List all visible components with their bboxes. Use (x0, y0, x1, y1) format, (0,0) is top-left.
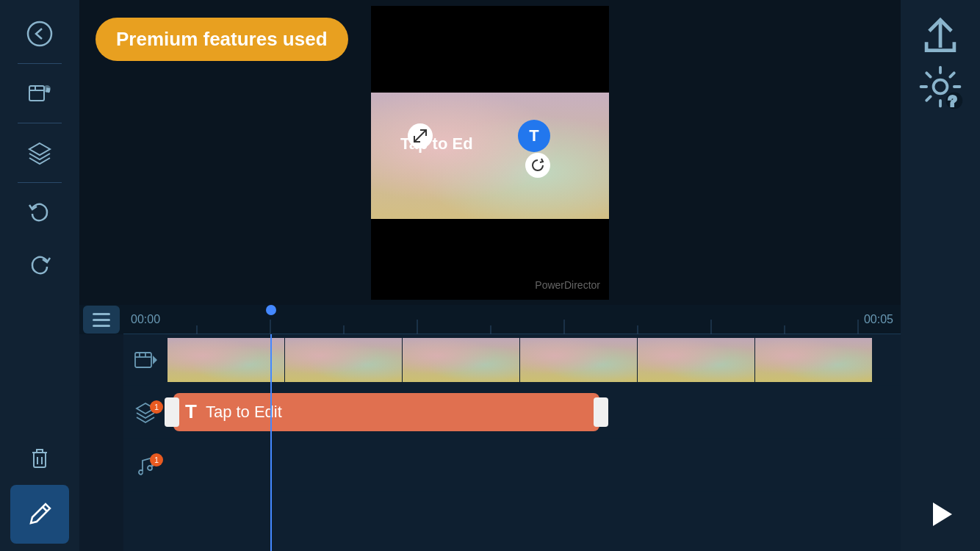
divider-2 (18, 123, 62, 123)
video-preview: PowerDirector T Tap to Ed (371, 6, 609, 300)
svg-rect-1 (29, 86, 44, 101)
video-thumb-5 (638, 338, 755, 382)
video-thumb-3 (403, 338, 520, 382)
timeline-ticks (123, 305, 901, 334)
timeline-ruler: 00:00 00:05 (123, 305, 901, 334)
text-track-icon-area: 1 (123, 400, 167, 424)
text-track-t-icon: T (185, 400, 197, 423)
svg-marker-15 (933, 503, 952, 526)
edit-button[interactable] (10, 485, 69, 544)
video-thumb-4 (520, 338, 638, 382)
svg-line-10 (43, 507, 47, 511)
undo-button[interactable] (15, 187, 65, 237)
right-sidebar: ? (901, 0, 980, 551)
video-thumb-1 (167, 338, 285, 382)
text-track-row: 1 T Tap to Edit (123, 386, 901, 439)
hamburger-line-2 (93, 319, 110, 321)
video-sim (371, 93, 609, 225)
music-track-row: 1 (123, 439, 901, 491)
video-strip (167, 338, 901, 382)
video-track-row (123, 334, 901, 386)
timeline-tracks: 1 T Tap to Edit 1 (123, 334, 901, 551)
layers-badge: 1 (150, 400, 163, 414)
back-button[interactable] (15, 9, 65, 59)
play-button[interactable] (911, 485, 970, 544)
playhead-marker (266, 305, 276, 315)
rotate-handle[interactable] (525, 153, 550, 178)
video-thumb-2 (285, 338, 403, 382)
video-bottom-bar: PowerDirector (371, 219, 609, 300)
text-track-bar[interactable]: T Tap to Edit (173, 393, 599, 431)
sidebar-bottom (0, 432, 79, 551)
svg-marker-6 (29, 143, 50, 155)
svg-marker-31 (153, 356, 157, 364)
hamburger-menu[interactable] (83, 306, 120, 334)
timeline-area: 00:00 00:05 (123, 305, 901, 551)
svg-rect-27 (135, 353, 151, 367)
svg-point-0 (28, 22, 51, 46)
video-track-icon-area (123, 348, 167, 372)
playhead[interactable] (270, 334, 272, 551)
svg-text:♫: ♫ (46, 87, 50, 93)
svg-rect-7 (34, 453, 46, 467)
premium-badge[interactable]: Premium features used (96, 18, 348, 61)
layers-button[interactable] (15, 128, 65, 178)
text-handle[interactable]: T (518, 120, 550, 152)
divider-3 (18, 182, 62, 183)
hamburger-line-3 (93, 325, 110, 327)
video-thumb-6 (755, 338, 873, 382)
divider-1 (18, 63, 62, 64)
scale-handle[interactable] (408, 123, 433, 148)
hamburger-icon (93, 313, 110, 327)
redo-button[interactable] (15, 240, 65, 290)
text-track-right-handle[interactable] (594, 397, 608, 427)
svg-line-16 (414, 130, 426, 142)
watermark-text: PowerDirector (535, 279, 600, 291)
music-track-icon-area: 1 (123, 453, 167, 477)
premium-badge-label: Premium features used (116, 28, 328, 50)
svg-point-12 (934, 80, 948, 94)
music-badge: 1 (150, 453, 163, 467)
settings-button[interactable]: ? (915, 62, 965, 112)
video-clip-icon (134, 348, 157, 372)
timeline-header-left (79, 305, 123, 334)
share-button[interactable] (915, 9, 965, 59)
text-track-content: T Tap to Edit (167, 386, 901, 438)
t-icon: T (529, 126, 538, 145)
delete-button[interactable] (15, 433, 65, 483)
svg-text:?: ? (948, 93, 956, 109)
media-button[interactable]: ♫ (15, 68, 65, 118)
video-image (371, 93, 609, 225)
text-track-left-handle[interactable] (165, 397, 179, 427)
hamburger-line-1 (93, 313, 110, 315)
left-sidebar: ♫ (0, 0, 79, 551)
